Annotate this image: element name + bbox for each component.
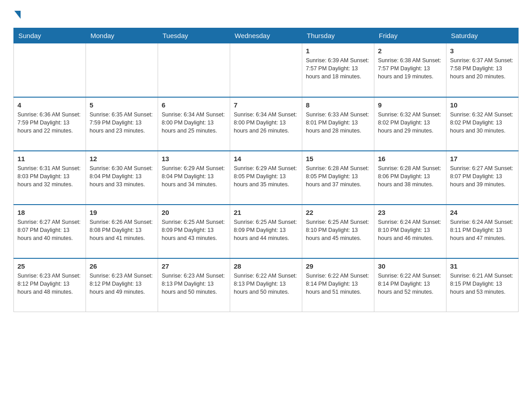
day-number: 21 <box>234 208 298 217</box>
day-number: 4 <box>17 100 82 110</box>
calendar-week-row: 1Sunrise: 6:39 AM Sunset: 7:57 PM Daylig… <box>14 43 519 97</box>
day-number: 27 <box>162 261 226 271</box>
day-info: Sunrise: 6:25 AM Sunset: 8:09 PM Dayligh… <box>234 218 298 242</box>
calendar-cell: 15Sunrise: 6:28 AM Sunset: 8:05 PM Dayli… <box>302 151 374 205</box>
day-number: 15 <box>306 154 370 163</box>
day-info: Sunrise: 6:39 AM Sunset: 7:57 PM Dayligh… <box>306 56 370 81</box>
day-number: 25 <box>17 261 82 271</box>
calendar-cell: 27Sunrise: 6:23 AM Sunset: 8:13 PM Dayli… <box>158 258 230 312</box>
day-info: Sunrise: 6:21 AM Sunset: 8:15 PM Dayligh… <box>450 272 515 296</box>
calendar-cell: 25Sunrise: 6:23 AM Sunset: 8:12 PM Dayli… <box>14 258 86 312</box>
day-info: Sunrise: 6:34 AM Sunset: 8:00 PM Dayligh… <box>234 111 298 135</box>
day-number: 9 <box>378 100 442 110</box>
day-info: Sunrise: 6:32 AM Sunset: 8:02 PM Dayligh… <box>450 111 515 135</box>
day-number: 1 <box>306 46 370 56</box>
day-number: 31 <box>450 261 515 271</box>
calendar-cell: 12Sunrise: 6:30 AM Sunset: 8:04 PM Dayli… <box>86 151 158 205</box>
day-info: Sunrise: 6:36 AM Sunset: 7:59 PM Dayligh… <box>17 111 82 135</box>
calendar-cell: 28Sunrise: 6:22 AM Sunset: 8:13 PM Dayli… <box>230 258 302 312</box>
calendar-cell: 31Sunrise: 6:21 AM Sunset: 8:15 PM Dayli… <box>446 258 519 312</box>
day-info: Sunrise: 6:35 AM Sunset: 7:59 PM Dayligh… <box>90 111 154 135</box>
day-number: 22 <box>306 208 370 217</box>
day-info: Sunrise: 6:33 AM Sunset: 8:01 PM Dayligh… <box>306 111 370 135</box>
day-info: Sunrise: 6:27 AM Sunset: 8:07 PM Dayligh… <box>450 164 515 188</box>
calendar-cell: 14Sunrise: 6:29 AM Sunset: 8:05 PM Dayli… <box>230 151 302 205</box>
calendar-cell: 13Sunrise: 6:29 AM Sunset: 8:04 PM Dayli… <box>158 151 230 205</box>
day-info: Sunrise: 6:25 AM Sunset: 8:09 PM Dayligh… <box>162 218 226 242</box>
calendar-week-row: 18Sunrise: 6:27 AM Sunset: 8:07 PM Dayli… <box>14 205 519 258</box>
day-number: 19 <box>90 208 154 217</box>
day-number: 5 <box>90 100 154 110</box>
logo <box>13 9 21 19</box>
day-number: 26 <box>90 261 154 271</box>
day-info: Sunrise: 6:22 AM Sunset: 8:13 PM Dayligh… <box>234 272 298 296</box>
page-header <box>13 9 519 19</box>
calendar-header-row: SundayMondayTuesdayWednesdayThursdayFrid… <box>14 28 519 43</box>
calendar-cell: 24Sunrise: 6:24 AM Sunset: 8:11 PM Dayli… <box>446 205 519 258</box>
day-header-wednesday: Wednesday <box>230 28 302 43</box>
day-header-tuesday: Tuesday <box>158 28 230 43</box>
calendar-cell: 10Sunrise: 6:32 AM Sunset: 8:02 PM Dayli… <box>446 97 519 151</box>
day-info: Sunrise: 6:32 AM Sunset: 8:02 PM Dayligh… <box>378 111 442 135</box>
calendar-cell: 26Sunrise: 6:23 AM Sunset: 8:12 PM Dayli… <box>86 258 158 312</box>
day-number: 30 <box>378 261 442 271</box>
day-number: 8 <box>306 100 370 110</box>
day-number: 24 <box>450 208 515 217</box>
day-info: Sunrise: 6:23 AM Sunset: 8:12 PM Dayligh… <box>90 272 154 296</box>
day-info: Sunrise: 6:27 AM Sunset: 8:07 PM Dayligh… <box>17 218 82 242</box>
day-number: 29 <box>306 261 370 271</box>
day-info: Sunrise: 6:26 AM Sunset: 8:08 PM Dayligh… <box>90 218 154 242</box>
calendar-week-row: 25Sunrise: 6:23 AM Sunset: 8:12 PM Dayli… <box>14 258 519 312</box>
calendar-cell <box>230 43 302 97</box>
day-info: Sunrise: 6:28 AM Sunset: 8:06 PM Dayligh… <box>378 164 442 188</box>
calendar-cell: 30Sunrise: 6:22 AM Sunset: 8:14 PM Dayli… <box>374 258 446 312</box>
day-number: 7 <box>234 100 298 110</box>
calendar-cell: 16Sunrise: 6:28 AM Sunset: 8:06 PM Dayli… <box>374 151 446 205</box>
day-info: Sunrise: 6:25 AM Sunset: 8:10 PM Dayligh… <box>306 218 370 242</box>
day-number: 28 <box>234 261 298 271</box>
day-number: 18 <box>17 208 82 217</box>
calendar-cell: 1Sunrise: 6:39 AM Sunset: 7:57 PM Daylig… <box>302 43 374 97</box>
day-info: Sunrise: 6:37 AM Sunset: 7:58 PM Dayligh… <box>450 56 515 81</box>
calendar-week-row: 11Sunrise: 6:31 AM Sunset: 8:03 PM Dayli… <box>14 151 519 205</box>
day-number: 10 <box>450 100 515 110</box>
day-number: 3 <box>450 46 515 56</box>
calendar-cell <box>86 43 158 97</box>
day-number: 17 <box>450 154 515 163</box>
day-number: 2 <box>378 46 442 56</box>
day-info: Sunrise: 6:24 AM Sunset: 8:10 PM Dayligh… <box>378 218 442 242</box>
logo-triangle-icon <box>14 11 21 19</box>
day-number: 12 <box>90 154 154 163</box>
calendar-cell <box>158 43 230 97</box>
day-header-friday: Friday <box>374 28 446 43</box>
day-info: Sunrise: 6:23 AM Sunset: 8:13 PM Dayligh… <box>162 272 226 296</box>
calendar-cell: 20Sunrise: 6:25 AM Sunset: 8:09 PM Dayli… <box>158 205 230 258</box>
day-info: Sunrise: 6:31 AM Sunset: 8:03 PM Dayligh… <box>17 164 82 188</box>
calendar-cell: 23Sunrise: 6:24 AM Sunset: 8:10 PM Dayli… <box>374 205 446 258</box>
day-info: Sunrise: 6:23 AM Sunset: 8:12 PM Dayligh… <box>17 272 82 296</box>
day-info: Sunrise: 6:22 AM Sunset: 8:14 PM Dayligh… <box>306 272 370 296</box>
calendar-table: SundayMondayTuesdayWednesdayThursdayFrid… <box>13 28 519 312</box>
calendar-week-row: 4Sunrise: 6:36 AM Sunset: 7:59 PM Daylig… <box>14 97 519 151</box>
calendar-cell: 29Sunrise: 6:22 AM Sunset: 8:14 PM Dayli… <box>302 258 374 312</box>
day-number: 20 <box>162 208 226 217</box>
day-number: 13 <box>162 154 226 163</box>
day-info: Sunrise: 6:38 AM Sunset: 7:57 PM Dayligh… <box>378 56 442 81</box>
calendar-cell: 22Sunrise: 6:25 AM Sunset: 8:10 PM Dayli… <box>302 205 374 258</box>
calendar-cell: 2Sunrise: 6:38 AM Sunset: 7:57 PM Daylig… <box>374 43 446 97</box>
day-number: 11 <box>17 154 82 163</box>
calendar-cell: 11Sunrise: 6:31 AM Sunset: 8:03 PM Dayli… <box>14 151 86 205</box>
day-number: 6 <box>162 100 226 110</box>
day-header-thursday: Thursday <box>302 28 374 43</box>
day-info: Sunrise: 6:30 AM Sunset: 8:04 PM Dayligh… <box>90 164 154 188</box>
day-header-saturday: Saturday <box>446 28 519 43</box>
calendar-cell: 4Sunrise: 6:36 AM Sunset: 7:59 PM Daylig… <box>14 97 86 151</box>
calendar-cell: 5Sunrise: 6:35 AM Sunset: 7:59 PM Daylig… <box>86 97 158 151</box>
calendar-cell: 8Sunrise: 6:33 AM Sunset: 8:01 PM Daylig… <box>302 97 374 151</box>
calendar-cell: 19Sunrise: 6:26 AM Sunset: 8:08 PM Dayli… <box>86 205 158 258</box>
calendar-cell: 9Sunrise: 6:32 AM Sunset: 8:02 PM Daylig… <box>374 97 446 151</box>
calendar-cell: 17Sunrise: 6:27 AM Sunset: 8:07 PM Dayli… <box>446 151 519 205</box>
day-number: 23 <box>378 208 442 217</box>
calendar-cell <box>14 43 86 97</box>
day-header-monday: Monday <box>86 28 158 43</box>
